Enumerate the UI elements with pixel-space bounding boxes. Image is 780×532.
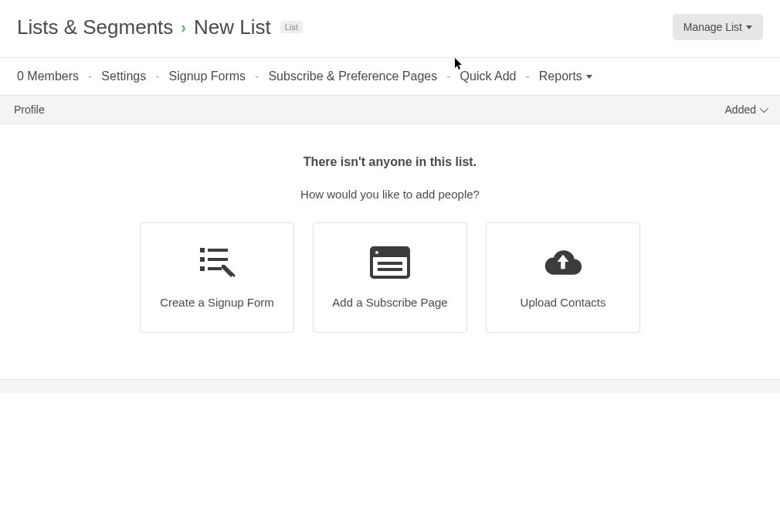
empty-state: There isn't anyone in this list. How wou…	[0, 124, 780, 379]
breadcrumb-current: New List	[194, 15, 271, 39]
nav-separator: -	[525, 69, 529, 83]
nav-signup-forms[interactable]: Signup Forms	[169, 69, 246, 83]
caret-down-icon	[586, 75, 592, 79]
svg-rect-3	[208, 258, 228, 261]
svg-rect-11	[378, 262, 402, 265]
card-upload-contacts[interactable]: Upload Contacts	[486, 222, 640, 333]
nav-settings[interactable]: Settings	[101, 69, 146, 83]
card-create-signup-form[interactable]: Create a Signup Form	[140, 222, 294, 333]
card-label: Upload Contacts	[521, 296, 606, 309]
page-header: Lists & Segments › New List List Manage …	[0, 0, 780, 57]
nav-reports-dropdown[interactable]: Reports	[539, 69, 592, 83]
list-type-badge: List	[280, 21, 303, 33]
chevron-down-icon	[760, 104, 768, 113]
breadcrumb-root-link[interactable]: Lists & Segments	[17, 15, 173, 39]
svg-rect-0	[200, 248, 205, 252]
nav-separator: -	[155, 69, 159, 83]
nav-separator: -	[255, 69, 259, 83]
svg-rect-2	[200, 257, 205, 262]
manage-list-label: Manage List	[683, 21, 742, 33]
column-header-profile[interactable]: Profile	[14, 103, 45, 116]
nav-quick-add[interactable]: Quick Add	[460, 69, 517, 83]
svg-rect-5	[208, 267, 222, 270]
option-cards: Create a Signup Form Add a Subscribe Pag…	[0, 222, 780, 333]
chevron-right-icon: ›	[181, 19, 186, 36]
card-label: Add a Subscribe Page	[332, 296, 447, 309]
column-header-added[interactable]: Added	[725, 103, 766, 116]
sub-navigation: 0 Members - Settings - Signup Forms - Su…	[0, 58, 780, 95]
column-header-added-label: Added	[725, 103, 756, 116]
form-edit-icon	[197, 246, 237, 279]
card-add-subscribe-page[interactable]: Add a Subscribe Page	[313, 222, 467, 333]
nav-members[interactable]: 0 Members	[17, 69, 79, 83]
cloud-upload-icon	[543, 246, 583, 279]
bottom-bar	[0, 379, 780, 393]
svg-rect-12	[378, 268, 402, 271]
nav-separator: -	[446, 69, 450, 83]
svg-rect-1	[208, 249, 228, 252]
svg-rect-4	[200, 266, 205, 271]
table-header-row: Profile Added	[0, 95, 780, 124]
nav-separator: -	[88, 69, 92, 83]
manage-list-button[interactable]: Manage List	[673, 14, 763, 40]
empty-state-title: There isn't anyone in this list.	[0, 155, 780, 169]
card-label: Create a Signup Form	[160, 296, 274, 309]
svg-point-10	[375, 251, 378, 254]
nav-reports-label: Reports	[539, 69, 582, 83]
nav-subscribe-pages[interactable]: Subscribe & Preference Pages	[268, 69, 437, 83]
breadcrumb: Lists & Segments › New List List	[17, 15, 303, 39]
caret-down-icon	[746, 25, 752, 29]
browser-window-icon	[370, 246, 410, 279]
empty-state-subtitle: How would you like to add people?	[0, 188, 780, 201]
